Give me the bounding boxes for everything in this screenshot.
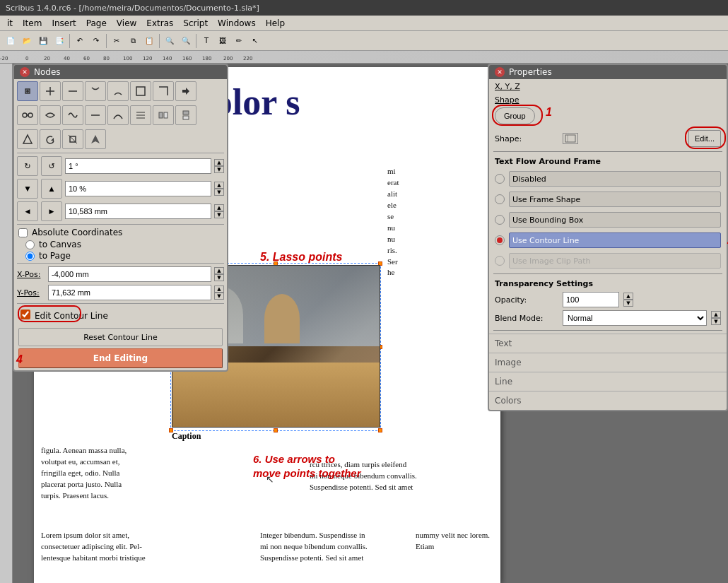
menu-item-windows[interactable]: Windows xyxy=(213,17,260,30)
add-node-button[interactable] xyxy=(40,81,61,101)
properties-close-button[interactable]: ✕ xyxy=(495,67,505,77)
edit-contour-checkbox[interactable] xyxy=(20,310,30,319)
menu-item-help[interactable]: Help xyxy=(262,17,289,30)
menu-item-file[interactable]: it xyxy=(3,17,17,30)
copy-button[interactable]: ⧉ xyxy=(125,33,141,49)
flow-disabled-radio[interactable] xyxy=(495,174,505,184)
mirror-h-button[interactable] xyxy=(153,105,174,125)
size-down[interactable]: ▼ xyxy=(214,211,224,218)
break-node-button[interactable] xyxy=(85,81,106,101)
menu-item-extras[interactable]: Extras xyxy=(142,17,177,30)
to-page-radio[interactable] xyxy=(25,252,35,261)
group-button[interactable]: Group xyxy=(495,107,535,124)
zoom-in-button[interactable]: 🔍 xyxy=(162,33,177,49)
rotate-cw-button[interactable]: ↻ xyxy=(17,156,38,176)
blend-up[interactable]: ▲ xyxy=(711,311,721,318)
nodes-close-button[interactable]: ✕ xyxy=(20,67,30,77)
footer-colors[interactable]: Colors xyxy=(489,391,727,410)
separator-1 xyxy=(69,34,70,48)
move-ctrl-button[interactable] xyxy=(17,105,38,125)
save-button[interactable]: 💾 xyxy=(35,33,51,49)
node-point-bm[interactable] xyxy=(274,428,278,432)
ypos-up[interactable]: ▲ xyxy=(214,285,224,293)
menu-item-script[interactable]: Script xyxy=(179,17,212,30)
flow-image-clip-radio[interactable] xyxy=(495,256,505,266)
redo-button[interactable]: ↷ xyxy=(88,33,104,49)
cut-button[interactable]: ✂ xyxy=(109,33,124,49)
rotation-down[interactable]: ▼ xyxy=(214,166,224,173)
opacity-up[interactable]: ▲ xyxy=(623,293,633,300)
rotation-input[interactable] xyxy=(65,158,211,174)
size-up[interactable]: ▲ xyxy=(214,204,224,211)
grow2-button[interactable]: ▶ xyxy=(41,201,62,221)
mirror-v-button[interactable] xyxy=(175,105,196,125)
abs-coords-checkbox[interactable] xyxy=(18,228,28,237)
node-point-br[interactable] xyxy=(378,428,382,432)
text-tool[interactable]: T xyxy=(199,33,214,49)
delete-node-button[interactable] xyxy=(62,81,83,101)
opacity-down[interactable]: ▼ xyxy=(623,300,633,307)
menu-item-view[interactable]: View xyxy=(112,17,141,30)
undo-button[interactable]: ↶ xyxy=(72,33,88,49)
shrink2-button[interactable]: ◀ xyxy=(17,201,38,221)
end-editing-button[interactable]: End Editing xyxy=(18,348,223,368)
flow-image-clip-option[interactable]: Use Image Clip Path xyxy=(489,251,727,271)
to-canvas-radio[interactable] xyxy=(25,240,35,249)
close-path-button[interactable] xyxy=(130,81,151,101)
curve-to-line-button[interactable] xyxy=(85,105,106,125)
flip-h-button[interactable] xyxy=(85,129,106,149)
flow-bounding-box-radio[interactable] xyxy=(495,215,505,225)
menu-item-page[interactable]: Page xyxy=(82,17,111,30)
scale-input[interactable] xyxy=(65,181,211,196)
ypos-input[interactable] xyxy=(48,285,211,300)
flow-frame-shape-radio[interactable] xyxy=(495,194,505,204)
size-input[interactable] xyxy=(65,204,211,219)
flow-contour-line-radio[interactable] xyxy=(495,235,505,245)
blend-mode-select[interactable]: Normal Darken Lighten Multiply Screen xyxy=(563,310,707,326)
menu-item-insert[interactable]: Insert xyxy=(47,17,80,30)
draw-tool[interactable]: ✏ xyxy=(231,33,247,49)
symmetric-button[interactable] xyxy=(40,105,61,125)
footer-text[interactable]: Text xyxy=(489,334,727,353)
image-tool[interactable]: 🖼 xyxy=(215,33,230,49)
footer-line[interactable]: Line xyxy=(489,372,727,391)
flow-disabled-option[interactable]: Disabled xyxy=(489,169,727,189)
open-button[interactable]: 📂 xyxy=(19,33,35,49)
rotate-nodes-button[interactable] xyxy=(40,129,61,149)
pdf-button[interactable]: 📑 xyxy=(52,33,67,49)
xyz-section[interactable]: X, Y, Z xyxy=(489,79,727,93)
open-path-button[interactable] xyxy=(153,81,174,101)
shrink-button[interactable]: ▼ xyxy=(17,179,38,199)
blend-down[interactable]: ▼ xyxy=(711,318,721,325)
paste-button[interactable]: 📋 xyxy=(141,33,157,49)
subpath-button[interactable] xyxy=(17,129,38,149)
edit-shape-button[interactable]: Edit... xyxy=(688,130,721,147)
flow-frame-shape-option[interactable]: Use Frame Shape xyxy=(489,189,727,209)
rotation-up[interactable]: ▲ xyxy=(214,159,224,166)
rotate-ccw-button[interactable]: ↺ xyxy=(41,156,62,176)
flow-bounding-box-option[interactable]: Use Bounding Box xyxy=(489,210,727,230)
zoom-out-button[interactable]: 🔍 xyxy=(178,33,194,49)
move-node-button[interactable] xyxy=(17,81,38,101)
xpos-up[interactable]: ▲ xyxy=(214,267,224,274)
ypos-down[interactable]: ▼ xyxy=(214,293,224,300)
line-to-curve-button[interactable] xyxy=(107,105,129,125)
new-button[interactable]: 📄 xyxy=(3,33,18,49)
scale-down[interactable]: ▼ xyxy=(214,189,224,196)
menu-item-item[interactable]: Item xyxy=(18,17,46,30)
xpos-down[interactable]: ▼ xyxy=(214,274,224,281)
grow-button[interactable]: ▲ xyxy=(41,179,62,199)
flow-contour-line-option[interactable]: Use Contour Line 2 xyxy=(489,230,727,250)
scale-nodes-button[interactable] xyxy=(62,129,83,149)
align-nodes-button[interactable] xyxy=(130,105,151,125)
reset-contour-button[interactable]: Reset Contour Line xyxy=(18,328,223,346)
xpos-input[interactable] xyxy=(48,266,211,282)
canvas-area[interactable]: n ipsum dolor s lipiscing elit. Ut a sap… xyxy=(13,64,728,583)
join-nodes-button[interactable] xyxy=(107,81,129,101)
footer-image[interactable]: Image xyxy=(489,353,727,372)
select-tool[interactable]: ↖ xyxy=(247,33,263,49)
opacity-input[interactable] xyxy=(563,292,619,307)
asymmetric-button[interactable] xyxy=(62,105,83,125)
reverse-path-button[interactable] xyxy=(175,81,196,101)
scale-up[interactable]: ▲ xyxy=(214,182,224,189)
